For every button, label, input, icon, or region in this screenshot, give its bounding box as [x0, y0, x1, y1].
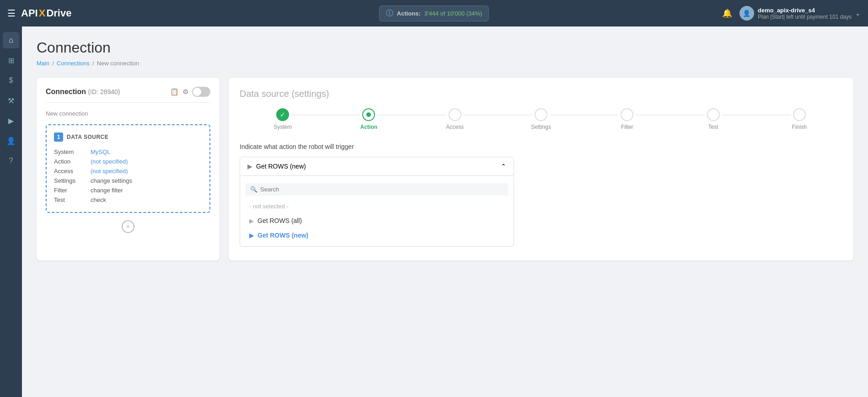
- row-value[interactable]: MySQL: [91, 147, 202, 157]
- avatar: 👤: [739, 6, 754, 21]
- dropdown-wrapper: ▶ Get ROWS (new) ⌃ 🔍 - not selected -: [240, 157, 514, 247]
- step-action: Action: [326, 108, 412, 130]
- panel-subtitle: New connection: [46, 110, 210, 117]
- step-label-finish: Finish: [792, 124, 807, 130]
- datasource-label: DATA SOURCE: [67, 134, 108, 140]
- breadcrumb-main[interactable]: Main: [37, 60, 49, 67]
- row-value[interactable]: change filter: [91, 185, 202, 195]
- step-circle-filter: [621, 108, 633, 121]
- action-section-title: Indicate what action the robot will trig…: [240, 143, 842, 150]
- search-row: 🔍: [240, 180, 514, 199]
- step-circle-settings: [535, 108, 547, 121]
- user-name: demo_apix-drive_s4: [758, 7, 852, 14]
- option-get-rows-all[interactable]: ▶ Get ROWS (all): [240, 213, 514, 228]
- right-panel-title-sub: (settings): [291, 89, 329, 99]
- step-circle-finish: [793, 108, 806, 121]
- chevron-up-icon: ⌃: [501, 163, 506, 170]
- chevron-down-icon[interactable]: ⌄: [855, 10, 861, 17]
- sidebar-item-billing[interactable]: $: [3, 72, 19, 89]
- left-panel: Connection (ID: 28940) 📋 ⚙ New connectio…: [37, 78, 220, 260]
- datasource-number: 1: [54, 132, 63, 142]
- user-info: demo_apix-drive_s4 Plan |Start| left unt…: [758, 7, 852, 20]
- actions-label: Actions:: [397, 10, 421, 17]
- copy-icon[interactable]: 📋: [170, 88, 179, 96]
- connection-id: (ID: 28940): [88, 88, 120, 95]
- step-test: Test: [670, 108, 756, 130]
- top-navigation: ☰ API X Drive ⓘ Actions: 3'444 of 10'000…: [0, 0, 868, 26]
- breadcrumb-sep2: /: [92, 60, 94, 67]
- table-row: Settings change settings: [54, 176, 202, 185]
- row-value[interactable]: (not specified): [91, 157, 202, 166]
- breadcrumb-connections[interactable]: Connections: [57, 60, 90, 67]
- table-row: Access (not specified): [54, 166, 202, 176]
- row-value[interactable]: check: [91, 195, 202, 205]
- sidebar: ⌂ ⊞ $ ⚒ ▶ 👤 ?: [0, 26, 22, 397]
- sidebar-item-play[interactable]: ▶: [3, 112, 19, 129]
- bell-icon[interactable]: 🔔: [722, 8, 732, 18]
- sidebar-item-user[interactable]: 👤: [3, 132, 19, 149]
- sidebar-item-help[interactable]: ?: [3, 153, 19, 169]
- step-system: ✓ System: [240, 108, 326, 130]
- row-key: Filter: [54, 185, 91, 195]
- step-circle-access: [449, 108, 461, 121]
- step-label-filter: Filter: [621, 124, 633, 130]
- search-input[interactable]: [260, 186, 504, 193]
- option-play-icon-active: ▶: [249, 232, 254, 239]
- step-circle-test: [707, 108, 720, 121]
- breadcrumb-sep1: /: [52, 60, 54, 67]
- step-label-access: Access: [446, 124, 464, 130]
- search-icon: 🔍: [250, 186, 257, 193]
- step-circle-action: [362, 108, 375, 121]
- gear-icon[interactable]: ⚙: [182, 88, 188, 96]
- table-row: Filter change filter: [54, 185, 202, 195]
- datasource-table: System MySQL Action (not specified) Acce…: [54, 147, 202, 205]
- steps-row: ✓ System Action Access: [240, 108, 842, 130]
- step-access: Access: [412, 108, 498, 130]
- logo-x-text: X: [39, 7, 46, 19]
- row-key: Test: [54, 195, 91, 205]
- option-label: Get ROWS (all): [257, 217, 302, 224]
- step-label-system: System: [273, 124, 292, 130]
- step-circle-system: ✓: [276, 108, 289, 121]
- add-circle-button[interactable]: +: [122, 220, 134, 233]
- logo-drive-text: Drive: [46, 7, 71, 19]
- table-row: Test check: [54, 195, 202, 205]
- datasource-header: 1 DATA SOURCE: [54, 132, 202, 142]
- datasource-box: 1 DATA SOURCE System MySQL Action (not s…: [46, 124, 210, 213]
- row-value[interactable]: change settings: [91, 176, 202, 185]
- main-content: Connection Main / Connections / New conn…: [22, 26, 868, 397]
- option-play-icon: ▶: [249, 217, 254, 224]
- info-icon: ⓘ: [386, 9, 393, 18]
- step-finish: Finish: [756, 108, 842, 130]
- dropdown-open: 🔍 - not selected - ▶ Get ROWS (all) ▶ Ge…: [240, 176, 514, 247]
- add-button-container: +: [46, 220, 210, 233]
- option-label-selected: Get ROWS (new): [257, 232, 308, 239]
- logo-api-text: API: [21, 7, 38, 19]
- step-label-test: Test: [708, 124, 718, 130]
- breadcrumb: Main / Connections / New connection: [37, 60, 853, 67]
- row-value[interactable]: (not specified): [91, 166, 202, 176]
- not-selected-option[interactable]: - not selected -: [240, 199, 514, 213]
- step-filter: Filter: [584, 108, 670, 130]
- sidebar-item-tools[interactable]: ⚒: [3, 92, 19, 109]
- user-section: 👤 demo_apix-drive_s4 Plan |Start| left u…: [739, 6, 861, 21]
- dropdown-play-icon: ▶: [247, 163, 252, 170]
- table-row: Action (not specified): [54, 157, 202, 166]
- dropdown-selected-value: Get ROWS (new): [256, 163, 306, 170]
- step-label-action: Action: [360, 124, 377, 130]
- breadcrumb-current: New connection: [97, 60, 139, 67]
- row-key: Access: [54, 166, 91, 176]
- table-row: System MySQL: [54, 147, 202, 157]
- dropdown-trigger[interactable]: ▶ Get ROWS (new) ⌃: [240, 157, 514, 176]
- toggle-switch[interactable]: [192, 87, 210, 97]
- sidebar-item-grid[interactable]: ⊞: [3, 52, 19, 69]
- panel-header: Connection (ID: 28940) 📋 ⚙: [46, 87, 210, 103]
- sidebar-item-home[interactable]: ⌂: [3, 32, 19, 48]
- search-input-wrap: 🔍: [246, 183, 508, 196]
- hamburger-menu[interactable]: ☰: [7, 8, 16, 19]
- row-key: Action: [54, 157, 91, 166]
- user-plan: Plan |Start| left until payment 101 days: [758, 14, 852, 20]
- row-key: Settings: [54, 176, 91, 185]
- step-settings: Settings: [498, 108, 584, 130]
- option-get-rows-new[interactable]: ▶ Get ROWS (new): [240, 228, 514, 243]
